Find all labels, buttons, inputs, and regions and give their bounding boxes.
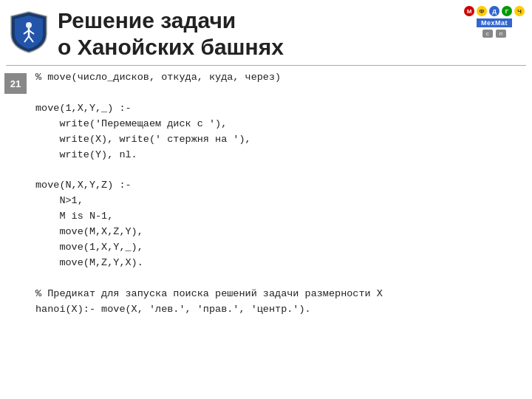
title-block: Решение задачи о Ханойских башнях bbox=[58, 7, 523, 61]
mexmat-btn-c[interactable]: с bbox=[482, 30, 493, 38]
logo bbox=[7, 10, 50, 53]
mexmat-widget: М Ф Д Г Ч MexMat с п bbox=[464, 6, 525, 38]
svg-point-0 bbox=[26, 22, 32, 28]
content-area: 21 % move(число_дисков, откуда, куда, че… bbox=[0, 66, 532, 318]
dot-4: Г bbox=[502, 6, 512, 16]
dot-5: Ч bbox=[514, 6, 525, 16]
mexmat-btn-p[interactable]: п bbox=[496, 30, 506, 38]
code-block: % move(число_дисков, откуда, куда, через… bbox=[35, 70, 517, 318]
dot-3: Д bbox=[489, 6, 499, 16]
dot-1: М bbox=[464, 6, 474, 16]
mexmat-bottom-buttons: с п bbox=[482, 30, 506, 38]
header: Решение задачи о Ханойских башнях М Ф Д … bbox=[0, 0, 532, 65]
mexmat-label: MexMat bbox=[477, 18, 512, 27]
mexmat-dots: М Ф Д Г Ч bbox=[464, 6, 525, 16]
slide-number-badge: 21 bbox=[4, 73, 27, 94]
code-area: % move(число_дисков, откуда, куда, через… bbox=[31, 70, 532, 318]
slide-number-col: 21 bbox=[0, 70, 31, 94]
dot-2: Ф bbox=[477, 6, 487, 16]
page-title: Решение задачи о Ханойских башнях bbox=[58, 7, 523, 61]
